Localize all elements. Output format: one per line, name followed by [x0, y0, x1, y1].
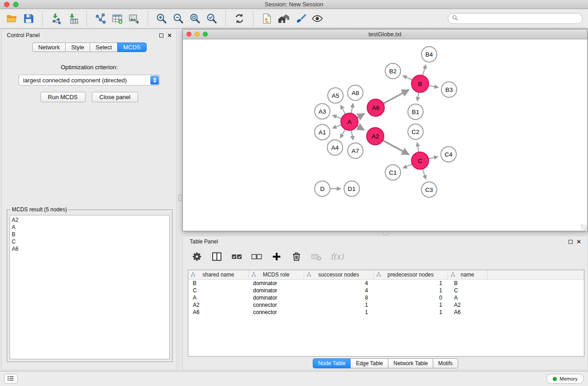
graph-edge-A-A2[interactable]: [357, 126, 364, 130]
delete-row-icon[interactable]: [291, 251, 302, 262]
graph-node-C3[interactable]: C3: [421, 182, 437, 197]
add-row-icon[interactable]: [271, 251, 282, 262]
select-all-icon[interactable]: [231, 251, 243, 262]
graph-node-B[interactable]: B: [411, 75, 429, 92]
graph-node-A4[interactable]: A4: [327, 140, 343, 155]
cell-successor-nodes[interactable]: 8: [304, 294, 373, 301]
graph-edge-A-A4[interactable]: [340, 129, 345, 138]
mcds-result-item[interactable]: C: [12, 238, 167, 245]
cell-shared-name[interactable]: A: [188, 294, 249, 301]
graph-node-A8[interactable]: A8: [348, 85, 363, 100]
show-columns-icon[interactable]: [211, 251, 223, 262]
table-row[interactable]: A2 connector 1 1 A2: [188, 301, 584, 309]
float-panel-icon[interactable]: [569, 240, 573, 244]
cell-mcds-role[interactable]: connector: [249, 301, 304, 309]
graph-node-A7[interactable]: A7: [348, 143, 363, 158]
mcds-result-item[interactable]: A: [12, 224, 167, 231]
cell-mcds-role[interactable]: dominator: [249, 287, 304, 294]
graph-edge-A-A6[interactable]: [357, 114, 365, 118]
graph-edge-A-A3[interactable]: [332, 115, 341, 119]
memory-button[interactable]: Memory: [546, 374, 584, 384]
cell-successor-nodes[interactable]: 1: [304, 309, 373, 316]
graph-node-A1[interactable]: A1: [315, 124, 330, 140]
cell-name[interactable]: A6: [448, 309, 487, 316]
table-row[interactable]: C dominator 4 1 C: [188, 287, 584, 294]
cell-mcds-role[interactable]: dominator: [249, 294, 304, 301]
apply-function-icon[interactable]: f(x): [330, 252, 344, 261]
table-row[interactable]: A dominator 8 0 A: [188, 294, 584, 301]
tab-mcds[interactable]: MCDS: [117, 43, 146, 52]
window-resize-handle[interactable]: [581, 224, 587, 230]
tab-network-table[interactable]: Network Table: [388, 358, 433, 368]
cell-predecessor-nodes[interactable]: 1: [373, 301, 448, 309]
table-row[interactable]: A6 connector 1 1 A6: [188, 309, 584, 316]
splitter-handle[interactable]: [178, 195, 182, 201]
graph-node-D[interactable]: D: [315, 181, 330, 196]
minimize-network-window-icon[interactable]: [195, 32, 200, 37]
float-panel-icon[interactable]: [159, 33, 163, 38]
deselect-all-icon[interactable]: [251, 251, 263, 262]
search-input[interactable]: [460, 15, 578, 22]
open-annotations-icon[interactable]: [260, 11, 274, 26]
graph-node-C1[interactable]: C1: [385, 165, 401, 180]
graph-edge-A6-B[interactable]: [383, 90, 409, 104]
graph-edge-C-C4[interactable]: [429, 157, 438, 159]
cell-shared-name[interactable]: B: [188, 279, 249, 287]
cell-mcds-role[interactable]: dominator: [249, 279, 304, 287]
cell-name[interactable]: A: [448, 294, 487, 301]
cell-shared-name[interactable]: C: [188, 287, 249, 294]
zoom-fit-icon[interactable]: [188, 11, 202, 26]
run-mcds-button[interactable]: Run MCDS: [40, 92, 86, 102]
graph-node-C[interactable]: C: [411, 152, 429, 169]
graph-edge-A-A1[interactable]: [332, 125, 341, 129]
refresh-icon[interactable]: [232, 11, 247, 26]
cell-predecessor-nodes[interactable]: 0: [373, 294, 448, 301]
cell-predecessor-nodes[interactable]: 1: [373, 309, 448, 316]
new-network-icon[interactable]: [93, 11, 108, 26]
zoom-network-window-icon[interactable]: [203, 32, 208, 37]
zoom-out-icon[interactable]: [171, 11, 186, 26]
close-panel-button[interactable]: Close panel: [92, 92, 139, 102]
column-header-name[interactable]: name: [448, 270, 487, 279]
graph-edge-B-B1[interactable]: [417, 92, 419, 101]
graph-edge-A-A8[interactable]: [351, 104, 353, 114]
graph-node-B1[interactable]: B1: [408, 104, 423, 119]
cell-predecessor-nodes[interactable]: 1: [373, 287, 448, 294]
close-window-icon[interactable]: [4, 2, 10, 7]
open-file-icon[interactable]: [5, 11, 19, 26]
splitter-handle[interactable]: [383, 232, 388, 235]
home-icon[interactable]: [277, 11, 291, 26]
cell-successor-nodes[interactable]: 4: [304, 287, 373, 294]
mcds-result-list[interactable]: A2 A B C A6: [10, 215, 170, 359]
cell-mcds-role[interactable]: connector: [249, 309, 304, 316]
graph-node-D1[interactable]: D1: [344, 181, 359, 196]
network-canvas[interactable]: B4B2BB3A5A8A6B1A3AC2A1A2A4A7C4CC1C3DD1: [183, 39, 587, 231]
tab-motifs[interactable]: Motifs: [433, 358, 458, 368]
search-field[interactable]: [448, 13, 583, 24]
mcds-result-item[interactable]: A2: [12, 216, 167, 224]
cell-shared-name[interactable]: A2: [188, 301, 249, 309]
graph-node-A2[interactable]: A2: [367, 128, 384, 145]
cell-name[interactable]: A2: [448, 301, 487, 309]
close-network-window-icon[interactable]: [186, 32, 191, 37]
network-window-titlebar[interactable]: testGlobe.txt: [183, 29, 587, 39]
close-panel-icon[interactable]: ×: [577, 239, 581, 244]
cell-shared-name[interactable]: A6: [188, 309, 249, 316]
mcds-result-item[interactable]: B: [12, 231, 167, 238]
criterion-dropdown[interactable]: largest connected component (directed): [19, 75, 160, 86]
table-settings-icon[interactable]: [191, 251, 203, 262]
graph-node-B4[interactable]: B4: [421, 47, 437, 62]
graph-edge-C-C3[interactable]: [423, 169, 426, 179]
tab-style[interactable]: Style: [65, 43, 90, 52]
graph-edge-A-A7[interactable]: [351, 130, 353, 140]
column-header-predecessor-nodes[interactable]: predecessor nodes: [373, 270, 448, 279]
graph-edge-A2-C[interactable]: [383, 140, 409, 155]
graph-node-A3[interactable]: A3: [315, 104, 330, 119]
graph-edge-C-C1[interactable]: [403, 164, 412, 168]
graph-node-A6[interactable]: A6: [367, 99, 384, 116]
column-header-successor-nodes[interactable]: successor nodes: [304, 270, 373, 279]
graph-edge-B-B2[interactable]: [403, 76, 412, 80]
network-graph[interactable]: B4B2BB3A5A8A6B1A3AC2A1A2A4A7C4CC1C3DD1: [183, 39, 587, 231]
show-hide-icon[interactable]: [310, 11, 325, 26]
cell-successor-nodes[interactable]: 4: [304, 279, 373, 287]
